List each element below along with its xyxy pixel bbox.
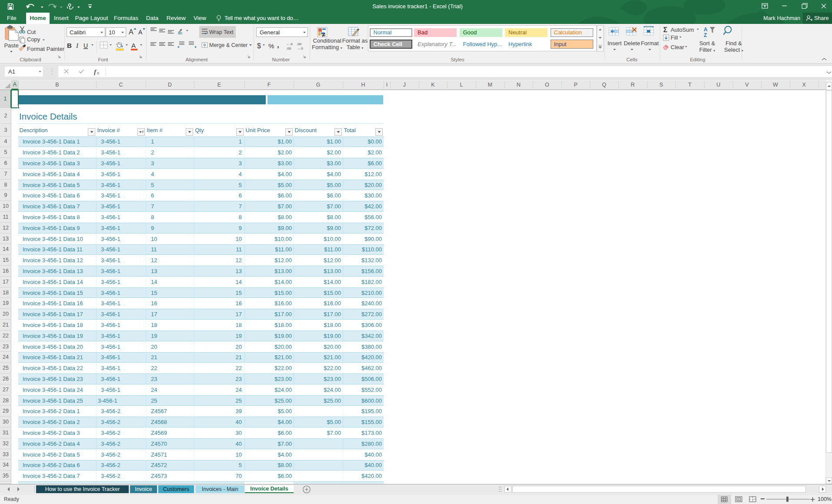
svg-text:ab: ab: [178, 31, 182, 35]
svg-text:,: ,: [277, 41, 279, 49]
svg-text:A: A: [704, 27, 708, 33]
svg-text:A: A: [131, 42, 136, 49]
svg-text:Fill: Fill: [671, 34, 678, 41]
svg-text:I: I: [76, 42, 79, 49]
svg-text:f: f: [94, 68, 97, 75]
svg-text:Copy: Copy: [27, 36, 40, 43]
svg-text:A: A: [138, 29, 143, 36]
svg-text:B: B: [67, 42, 72, 49]
svg-text:$: $: [257, 42, 261, 50]
svg-text:AutoSum: AutoSum: [671, 27, 694, 33]
svg-text:.00: .00: [286, 47, 291, 50]
svg-text:Format Painter: Format Painter: [27, 46, 65, 52]
svg-text:Z: Z: [704, 32, 707, 38]
svg-text:%: %: [268, 42, 274, 50]
svg-text:A: A: [129, 28, 134, 36]
svg-text:→.0: →.0: [297, 47, 303, 50]
svg-text:U: U: [84, 42, 88, 49]
svg-text:x: x: [97, 70, 99, 75]
svg-text:Σ: Σ: [663, 26, 668, 33]
svg-text:.00: .00: [297, 42, 302, 46]
svg-text:Cut: Cut: [27, 29, 36, 35]
svg-text:Clear: Clear: [671, 44, 685, 50]
svg-text:←.0: ←.0: [286, 42, 293, 46]
